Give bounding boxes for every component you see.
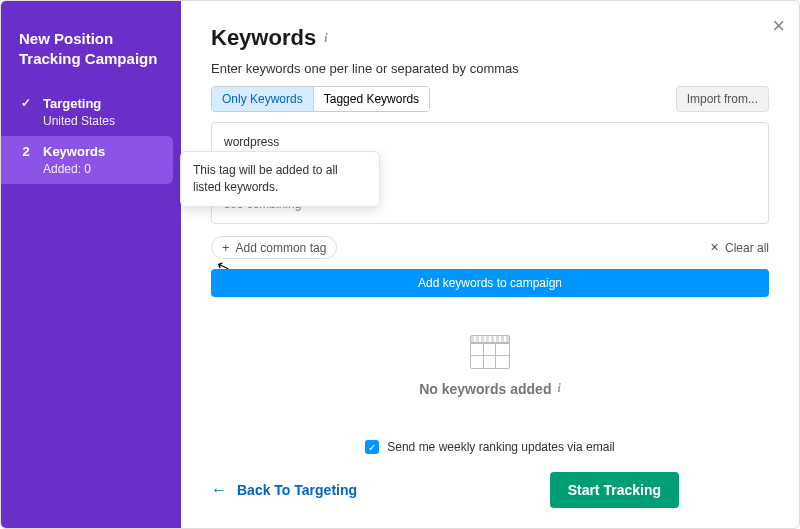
chip-label: Add common tag [236, 241, 327, 255]
add-common-tag-chip[interactable]: + Add common tag ↖ [211, 236, 337, 259]
clear-all-label: Clear all [725, 241, 769, 255]
keyword-line: wordpress [224, 133, 756, 151]
import-from-button[interactable]: Import from... [676, 86, 769, 112]
start-tracking-button[interactable]: Start Tracking [550, 472, 679, 508]
check-icon: ✓ [19, 96, 33, 110]
wizard-footer: ← Back To Targeting Start Tracking [211, 472, 769, 508]
step-label: Targeting [43, 96, 101, 111]
clear-all-button[interactable]: ✕ Clear all [710, 241, 769, 255]
sidebar-title: New Position Tracking Campaign [1, 29, 181, 88]
title-text: Keywords [211, 25, 316, 51]
back-to-targeting-link[interactable]: ← Back To Targeting [211, 481, 357, 499]
checkbox-label: Send me weekly ranking updates via email [387, 440, 614, 454]
close-icon[interactable]: × [772, 13, 785, 39]
back-label: Back To Targeting [237, 482, 357, 498]
tab-tagged-keywords[interactable]: Tagged Keywords [313, 87, 429, 111]
plus-icon: + [222, 240, 230, 255]
tag-tooltip: This tag will be added to all listed key… [180, 151, 380, 207]
textarea-footer: + Add common tag ↖ ✕ Clear all [211, 232, 769, 259]
x-icon: ✕ [710, 241, 719, 254]
step-keywords[interactable]: 2 Keywords Added: 0 [1, 136, 173, 184]
keywords-toolbar: Only Keywords Tagged Keywords Import fro… [211, 86, 769, 112]
page-title: Keywords i [211, 25, 769, 51]
step-targeting[interactable]: ✓ Targeting United States [1, 88, 181, 136]
step-sub: Added: 0 [43, 162, 155, 176]
wizard-sidebar: New Position Tracking Campaign ✓ Targeti… [1, 1, 181, 528]
tab-group: Only Keywords Tagged Keywords [211, 86, 430, 112]
info-icon[interactable]: i [324, 31, 327, 46]
keyword-textarea[interactable]: wordpress This tag will be added to all … [211, 122, 769, 224]
table-icon [470, 335, 510, 369]
add-keywords-button[interactable]: Add keywords to campaign [211, 269, 769, 297]
weekly-email-checkbox-row[interactable]: ✓ Send me weekly ranking updates via ema… [211, 440, 769, 454]
page-subtitle: Enter keywords one per line or separated… [211, 61, 769, 76]
info-icon[interactable]: i [557, 381, 560, 396]
empty-state: No keywords added i [211, 297, 769, 434]
main-panel: × Keywords i Enter keywords one per line… [181, 1, 799, 528]
arrow-left-icon: ← [211, 481, 227, 499]
step-number: 2 [19, 144, 33, 159]
step-sub: United States [43, 114, 163, 128]
step-label: Keywords [43, 144, 105, 159]
empty-label: No keywords added i [419, 381, 561, 397]
empty-text-label: No keywords added [419, 381, 551, 397]
tab-only-keywords[interactable]: Only Keywords [212, 87, 313, 111]
checkbox-checked-icon[interactable]: ✓ [365, 440, 379, 454]
